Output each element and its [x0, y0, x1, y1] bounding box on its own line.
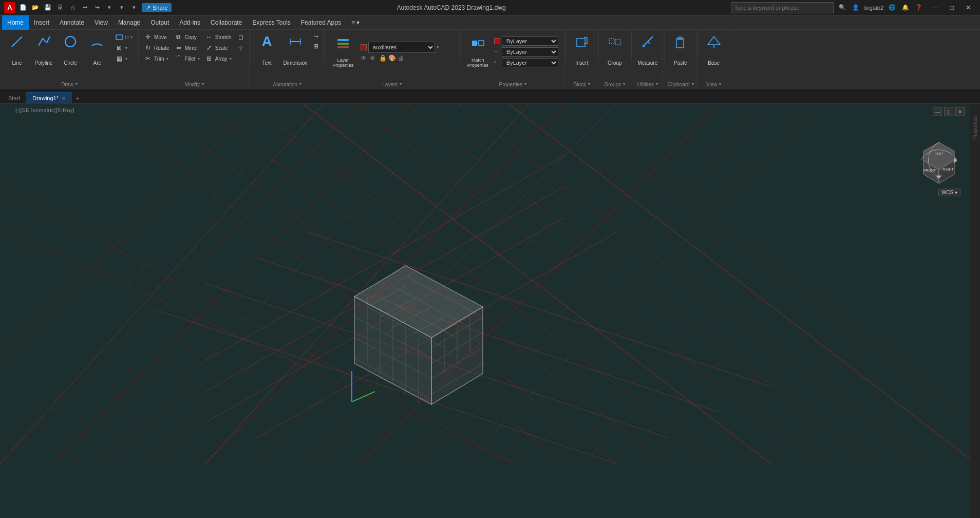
menu-output[interactable]: Output [145, 15, 174, 30]
wcs-label[interactable]: WCS ▾ [938, 189, 960, 196]
mirror-button[interactable]: ⇔ Mirror [173, 43, 202, 53]
drawing1-tab-close[interactable]: ✕ [62, 96, 66, 101]
utilities-expand[interactable]: ▾ [656, 82, 658, 86]
paste-button[interactable]: Paste [668, 32, 693, 68]
layer-color-icon[interactable]: 🎨 [388, 54, 397, 63]
insert-button[interactable]: Insert [569, 32, 595, 68]
layer-freeze-icon[interactable]: ❄ [370, 54, 378, 63]
open-file-icon[interactable]: 📂 [31, 3, 40, 12]
rotate-button[interactable]: ↻ Rotate [142, 43, 171, 53]
search-input[interactable] [731, 2, 834, 13]
rectangle-button[interactable]: □ ▾ [113, 32, 135, 42]
search-button[interactable]: 🔍 [838, 3, 847, 12]
save-icon[interactable]: 💾 [43, 3, 52, 12]
explode-button[interactable]: ⊹ [235, 43, 247, 53]
gradient-button[interactable]: ▦ ▾ [113, 53, 135, 64]
group-button[interactable]: Group [602, 32, 628, 68]
dimension-button[interactable]: Dimension [281, 32, 310, 68]
layer-dropdown[interactable]: auxiliares [368, 42, 435, 53]
draw-expand[interactable]: ▾ [76, 82, 78, 86]
copy-button[interactable]: ⧉ Copy [173, 32, 202, 42]
match-properties-button[interactable]: MatchProperties [464, 34, 492, 70]
svg-line-37 [51, 104, 719, 464]
print-icon[interactable]: 🖨 [68, 3, 77, 12]
minimize-button[interactable]: — [928, 0, 943, 15]
new-file-icon[interactable]: 📄 [18, 3, 28, 12]
clipboard-expand[interactable]: ▾ [692, 82, 694, 86]
groups-group-content: Group [602, 32, 628, 81]
bylayer-color-dropdown[interactable]: ByLayer [502, 36, 558, 46]
viewport[interactable]: [-][SE Isometric][X-Ray] — □ ✕ [0, 104, 980, 518]
bylayer-lineweight-dropdown[interactable]: ByLayer [502, 58, 558, 67]
scale-button[interactable]: ⤢ Scale [203, 43, 234, 53]
svg-line-32 [411, 104, 925, 464]
draw-group: Line Polyline Circle [2, 31, 137, 88]
array-icon: ⊞ [205, 54, 213, 63]
annotation-expand[interactable]: ▾ [299, 82, 301, 86]
drawing1-tab[interactable]: Drawing1* ✕ [26, 92, 72, 103]
menu-insert[interactable]: Insert [29, 15, 54, 30]
new-tab-button[interactable]: + [72, 93, 83, 103]
customize-icon[interactable]: ▾ [129, 3, 139, 12]
text-button[interactable]: A Text [254, 32, 280, 68]
fillet-button[interactable]: ⌒ Fillet ▾ [173, 53, 202, 64]
view-expand[interactable]: ▾ [719, 82, 721, 86]
layer-lock-icon[interactable]: 🔒 [379, 54, 387, 63]
multileader-button[interactable]: ⤳ [311, 32, 321, 41]
move-button[interactable]: ✛ Move [142, 32, 171, 42]
menu-addins[interactable]: Add-ins [174, 15, 205, 30]
layers-expand[interactable]: ▾ [400, 82, 402, 86]
bylayer-linetype-dropdown[interactable]: ByLayer [502, 47, 558, 57]
menu-view[interactable]: View [89, 15, 113, 30]
properties-panel-label[interactable]: Properties [971, 114, 979, 142]
circle-button[interactable]: Circle [58, 32, 83, 68]
hatch-button[interactable]: ⊠ ▾ [113, 43, 135, 53]
notifications-icon[interactable]: 🔔 [901, 3, 910, 12]
menu-home[interactable]: Home [2, 15, 29, 30]
viewport-close-btn[interactable]: ✕ [955, 107, 965, 116]
maximize-button[interactable]: □ [944, 0, 959, 15]
save-as-icon[interactable]: 🗄 [55, 3, 65, 12]
measure-button[interactable]: Measure [635, 32, 661, 68]
nav-cube[interactable]: TOP FRONT RIGHT [913, 135, 965, 186]
online-icon[interactable]: 🌐 [888, 3, 897, 12]
groups-expand[interactable]: ▾ [623, 82, 625, 86]
redo-dropdown[interactable]: ▾ [117, 3, 126, 12]
viewport-maximize-btn[interactable]: □ [944, 107, 953, 116]
array-button[interactable]: ⊞ Array ▾ [203, 53, 234, 64]
block-expand[interactable]: ▾ [588, 82, 590, 86]
polyline-button[interactable]: Polyline [31, 32, 56, 68]
menu-express[interactable]: Express Tools [247, 15, 295, 30]
arc-button[interactable]: Arc [84, 32, 110, 68]
erase-button[interactable]: ◻ [235, 32, 247, 42]
redo-icon[interactable]: ↪ [92, 3, 102, 12]
menu-more[interactable]: ≡ ▾ [346, 15, 365, 30]
stretch-button[interactable]: ↔ Stretch [203, 32, 234, 42]
menu-collaborate[interactable]: Collaborate [205, 15, 247, 30]
user-icon[interactable]: 👤 [851, 3, 860, 12]
start-tab[interactable]: Start [2, 93, 26, 103]
text-label: Text [262, 60, 271, 66]
menu-featured[interactable]: Featured Apps [296, 15, 346, 30]
modify-col4: ◻ ⊹ [235, 32, 247, 53]
modify-expand[interactable]: ▾ [202, 82, 204, 86]
layer-print-icon[interactable]: 🖨 [398, 54, 406, 63]
layer-icons-row: 👁 ❄ 🔒 🎨 🖨 [361, 54, 439, 63]
svg-rect-8 [337, 46, 349, 48]
menu-manage[interactable]: Manage [113, 15, 145, 30]
undo-icon[interactable]: ↩ [80, 3, 89, 12]
layer-properties-button[interactable]: LayerProperties [328, 34, 359, 70]
trim-button[interactable]: ✂ Trim ▾ [142, 53, 171, 64]
close-button[interactable]: ✕ [960, 0, 976, 15]
menu-annotate[interactable]: Annotate [54, 15, 89, 30]
layer-dropdown-icon: ▾ [437, 45, 439, 50]
help-icon[interactable]: ❓ [914, 3, 924, 12]
table-button[interactable]: ⊞ [311, 42, 321, 51]
undo-dropdown[interactable]: ▾ [105, 3, 114, 12]
viewport-minimize-btn[interactable]: — [933, 107, 942, 116]
share-button[interactable]: ↗ Share [142, 3, 172, 12]
base-button[interactable]: Base [701, 32, 727, 68]
line-button[interactable]: Line [4, 32, 30, 68]
properties-expand[interactable]: ▾ [524, 82, 526, 86]
layer-visibility-icon[interactable]: 👁 [361, 54, 369, 63]
